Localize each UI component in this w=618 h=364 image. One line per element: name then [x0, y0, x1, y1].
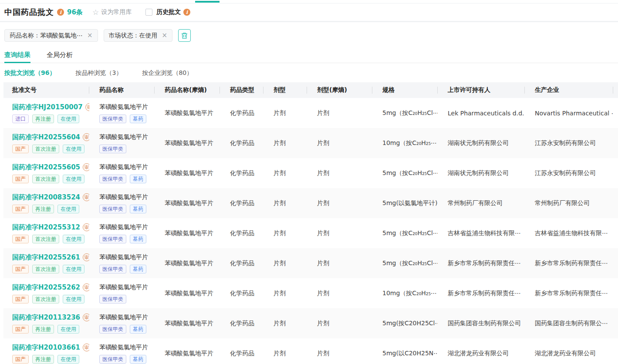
drug-type-cell: 化学药品 [220, 229, 263, 237]
history-filter: 历史批文 i [145, 8, 190, 16]
mah-cell: 国药集团容生制药有限公司 [438, 320, 525, 327]
result-tabs: 查询结果 全局分析 [0, 47, 618, 63]
drug-type-cell: 化学药品 [220, 199, 263, 207]
tag: 医保甲类 [99, 295, 126, 303]
top-active-tab-indicator [195, 1, 220, 3]
approval-number-link[interactable]: 国药准字H20113236 [12, 313, 80, 322]
set-favorite-button[interactable]: ☆ 设为常用库 [92, 8, 132, 17]
drug-name-std-cell: 苯磺酸氨氯地平片 [155, 260, 220, 267]
tag: 基药 [130, 175, 146, 183]
tag: 国产 [12, 235, 29, 243]
manufacturer-cell: 新乡市常乐制药有限责任⋯ [525, 260, 613, 267]
approval-number-link[interactable]: 国药准字H20255261 [12, 253, 80, 262]
review-badge-icon: 审 [83, 193, 89, 201]
dosage-form-std-cell: 片剂 [307, 260, 372, 267]
tab-query-results[interactable]: 查询结果 [4, 47, 30, 63]
approval-tags: 国产首次注册在使用 [12, 145, 89, 153]
approval-cell: 国药准字H20255312 审 国产首次注册在使用 [3, 223, 89, 243]
drug-type-cell: 化学药品 [220, 139, 263, 147]
drug-tags: 医保甲类 [99, 145, 155, 153]
filter-chip-market-status[interactable]: 市场状态：在使用 × [104, 29, 173, 42]
tag: 基药 [130, 205, 146, 213]
info-icon[interactable]: i [57, 9, 64, 16]
approval-cell: 国药准字H20255262 审 国产首次注册在使用 [3, 283, 89, 303]
tag: 基药 [130, 325, 146, 334]
tab-global-analysis[interactable]: 全局分析 [47, 47, 73, 63]
mah-cell: 常州制药厂有限公司 [438, 199, 525, 207]
review-badge-icon: 审 [83, 344, 89, 351]
drug-name-std-cell: 苯磺酸氨氯地平片 [155, 229, 220, 237]
spec-cell: 5mg(按C20H25Cl⋯ [372, 320, 438, 327]
dosage-form-std-cell: 片剂 [307, 199, 372, 207]
tag: 医保甲类 [99, 325, 126, 334]
remove-filter-icon[interactable]: × [162, 32, 168, 39]
dosage-form-cell: 片剂 [263, 260, 307, 267]
review-badge-icon: 审 [83, 133, 89, 141]
tag: 首次注册 [32, 235, 59, 243]
dosage-form-cell: 片剂 [263, 109, 307, 117]
spec-cell: 5mg（按C₂₀H₂₅Cl⋯ [372, 229, 438, 237]
info-icon[interactable]: i [183, 9, 190, 16]
clear-filters-button[interactable] [178, 29, 191, 42]
approval-tags: 国产首次注册在使用 [12, 265, 89, 273]
column-header: 药品名称 [89, 86, 155, 94]
manufacturer-cell: 江苏永安制药有限公司 [525, 139, 613, 147]
tag: 国产 [12, 295, 29, 303]
remove-filter-icon[interactable]: × [87, 32, 93, 39]
mah-cell: 吉林省益浦生物科技有限⋯ [438, 229, 525, 237]
result-count: 96条 [67, 8, 83, 17]
approval-number-link[interactable]: 国药准字H20083524 [12, 193, 80, 202]
spec-cell: 5mg(以氨氯地平计) [372, 199, 438, 207]
drug-type-cell: 化学药品 [220, 290, 263, 297]
drug-tags: 医保甲类基药 [99, 325, 155, 334]
spec-cell: 10mg（按C₂₀H₂₅⋯ [372, 290, 438, 297]
tag: 医保甲类 [99, 115, 126, 123]
drug-name: 苯磺酸氨氯地平片 [99, 283, 155, 291]
approval-number-link[interactable]: 国药准字H20255262 [12, 283, 80, 292]
subtab-by-company[interactable]: 按企业浏览（80） [142, 69, 192, 77]
dosage-form-cell: 片剂 [263, 139, 307, 147]
page-title: 中国药品批文 [4, 7, 54, 17]
drug-name: 苯磺酸氨氯地平片 [99, 313, 155, 321]
review-badge-icon: 审 [83, 253, 89, 261]
dosage-form-std-cell: 片剂 [307, 320, 372, 327]
approval-tags: 国产再注册在使用 [12, 205, 89, 213]
dosage-form-cell: 片剂 [263, 350, 307, 357]
approval-number-link[interactable]: 国药准字H20103661 [12, 344, 80, 352]
drug-name-cell: 苯磺酸氨氯地平片 医保甲类基药 [89, 193, 155, 213]
tag: 国产 [12, 205, 29, 213]
filter-chip-drug-name[interactable]: 药品名称：苯磺酸氨氯地⋯ × [4, 29, 98, 42]
approval-cell: 国药准字H20255605 审 国产首次注册在使用 [3, 163, 89, 183]
tag: 国产 [12, 355, 29, 364]
approval-number-link[interactable]: 国药准字H20255604 [12, 133, 80, 142]
history-label: 历史批文 [156, 8, 181, 16]
drug-name: 苯磺酸氨氯地平片 [99, 193, 155, 201]
approval-number-link[interactable]: 国药准字H20255605 [12, 163, 80, 172]
table-row: 国药准字H20255262 审 国产首次注册在使用 苯磺酸氨氯地平片 医保甲类 … [3, 278, 618, 308]
manufacturer-cell: 吉林省益浦生物科技有限⋯ [525, 229, 613, 237]
tag: 首次注册 [32, 265, 59, 273]
column-header: 规格 [372, 86, 438, 94]
mah-cell: 湖南状元制药有限公司 [438, 169, 525, 177]
tag: 医保甲类 [99, 355, 126, 364]
drug-name: 苯磺酸氨氯地平片 [99, 253, 155, 261]
drug-name: 苯磺酸氨氯地平片 [99, 223, 155, 231]
tag: 首次注册 [32, 295, 59, 303]
tag: 基药 [130, 235, 146, 243]
subtab-by-variety[interactable]: 按品种浏览（3） [75, 69, 122, 77]
history-checkbox[interactable] [145, 9, 152, 16]
spec-cell: 5mg（按C₂₀H₂₅Cl⋯ [372, 260, 438, 267]
drug-tags: 医保甲类 [99, 295, 155, 303]
dosage-form-cell: 片剂 [263, 169, 307, 177]
drug-name-cell: 苯磺酸氨氯地平片 医保甲类基药 [89, 313, 155, 334]
approval-tags: 国产再注册在使用 [12, 325, 89, 334]
drug-type-cell: 化学药品 [220, 169, 263, 177]
approval-number-link[interactable]: 国药准字H20255312 [12, 223, 80, 232]
subtab-by-approval[interactable]: 按批文浏览（96） [4, 69, 55, 77]
approval-number-link[interactable]: 国药准字HJ20150007 [12, 103, 83, 111]
title-bar: 中国药品批文 i 96条 ☆ 设为常用库 历史批文 i [0, 3, 618, 22]
manufacturer-cell: 常州制药厂有限公司 [525, 199, 613, 207]
drug-name-cell: 苯磺酸氨氯地平片 医保甲类基药 [89, 253, 155, 273]
tag: 在使用 [57, 325, 79, 334]
manufacturer-cell: 湖北潜龙药业有限公司 [525, 350, 613, 357]
